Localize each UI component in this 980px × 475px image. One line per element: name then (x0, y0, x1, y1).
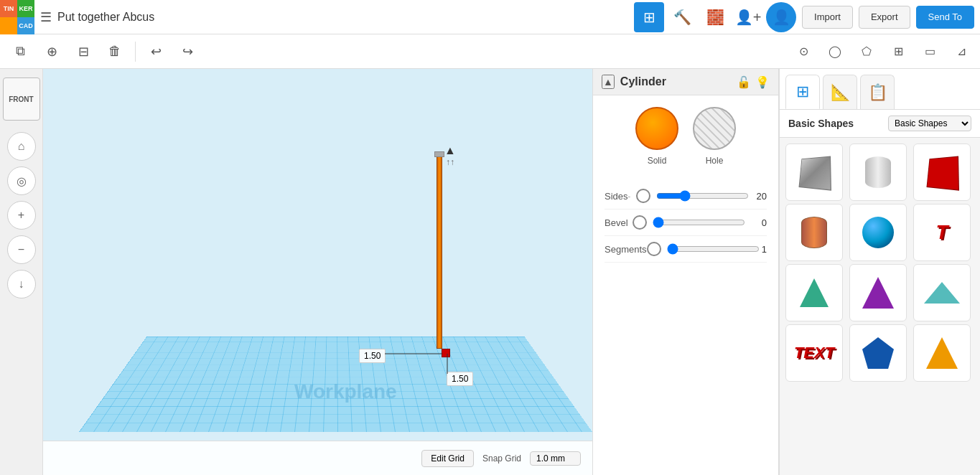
solid-label: Solid (648, 156, 667, 166)
profile-btn[interactable]: 👤 (766, 2, 796, 32)
segments-row: Segments 1 (605, 236, 767, 263)
shape-item-roof[interactable] (913, 264, 971, 321)
basic-shapes-title: Basic Shapes (788, 118, 888, 129)
shape-item-text3d[interactable]: T (913, 204, 971, 261)
send-to-btn[interactable]: Send To (916, 6, 974, 29)
view-all-btn[interactable]: ↓ (7, 270, 36, 298)
bottom-bar: Edit Grid Snap Grid 1.0 mm 0.5 mm 2.0 mm (43, 441, 592, 475)
shapes-category-select[interactable]: Basic Shapes Text & Numbers Geometric (888, 116, 971, 131)
view-tools: ⊙ ◯ ⬠ ⊞ ▭ ⊿ (790, 39, 974, 65)
sphere-preview (862, 217, 894, 248)
segments-control (647, 242, 760, 256)
shape-properties-panel: ▲ Cylinder 🔓 💡 Solid Hole Sides - (592, 69, 779, 475)
left-sidebar: FRONT ⌂ ◎ + − ↓ (0, 69, 43, 475)
shape-item-pentagon[interactable] (849, 324, 907, 382)
shapes-grid: T TEXT (780, 138, 980, 387)
sides-circle-btn[interactable] (636, 189, 650, 203)
logo-blank (0, 17, 17, 34)
logo-cad: CAD (17, 17, 34, 34)
panel-collapse-btn[interactable]: ▲ (602, 75, 615, 89)
tab-notes[interactable]: 📋 (860, 75, 895, 109)
shape-thumb-box (794, 152, 834, 192)
bevel-slider[interactable] (653, 217, 745, 228)
group-btn[interactable]: ⊟ (69, 37, 98, 66)
document-title: Put together Abcus (57, 11, 634, 24)
edit-grid-btn[interactable]: Edit Grid (421, 450, 474, 467)
solid-btn[interactable]: Solid (635, 107, 678, 166)
segments-value: 1 (760, 244, 767, 255)
segments-slider[interactable] (667, 243, 760, 255)
hole-btn[interactable]: Hole (693, 107, 736, 166)
shape-item-box[interactable] (785, 144, 843, 201)
redo-btn[interactable]: ↪ (173, 37, 202, 66)
right-panel: ⊞ 📐 📋 Basic Shapes Basic Shapes Text & N… (779, 69, 980, 475)
add-user-btn[interactable]: 👤+ (733, 2, 763, 32)
resize-handle[interactable] (442, 349, 450, 357)
fit-view-btn[interactable]: ◎ (7, 166, 36, 195)
sides-label: Sides (605, 191, 628, 202)
bevel-control (633, 215, 745, 230)
cylinder-orange-preview (801, 217, 827, 248)
light-view-btn[interactable]: ◯ (822, 39, 848, 65)
shape-item-cylinder-orange[interactable] (785, 204, 843, 261)
zoom-out-btn[interactable]: − (7, 235, 36, 264)
grid-btn[interactable]: ⊞ (885, 39, 911, 65)
menu-icon[interactable]: ☰ (34, 9, 57, 25)
shape-item-pyramid-purple[interactable] (849, 264, 907, 321)
mirror-btn[interactable]: ⊿ (948, 39, 974, 65)
zoom-in-btn[interactable]: + (7, 201, 36, 230)
triangle-preview (926, 337, 958, 369)
sides-slider[interactable] (656, 190, 749, 202)
home-view-btn[interactable]: ⌂ (7, 132, 36, 161)
width-measurement: 1.50 (359, 349, 386, 363)
pentagon-preview (862, 337, 894, 369)
undo-btn[interactable]: ↩ (141, 37, 170, 66)
shape-panel-icons: 🔓 💡 (737, 75, 770, 89)
solid-circle (635, 107, 678, 150)
shape-item-cylinder-gray[interactable] (849, 144, 907, 201)
delete-btn[interactable]: 🗑 (101, 37, 129, 66)
shape-item-pyramid-green[interactable] (785, 264, 843, 321)
shape-lock-btn[interactable]: 🔓 (737, 75, 751, 89)
bevel-circle-btn[interactable] (633, 215, 647, 230)
bevel-label: Bevel (605, 217, 633, 228)
grid-view-btn[interactable]: ⊞ (634, 2, 664, 32)
shape-thumb-cylinder-gray (858, 152, 898, 192)
snap-grid-label: Snap Grid (482, 453, 521, 464)
export-btn[interactable]: Export (859, 6, 910, 29)
cylinder-object[interactable] (437, 155, 442, 349)
shape-thumb-triangle (922, 333, 962, 373)
front-view-cube[interactable]: FRONT (3, 77, 40, 121)
build-btn[interactable]: 🔨 (667, 2, 697, 32)
components-btn[interactable]: 🧱 (700, 2, 730, 32)
duplicate-btn[interactable]: ⊕ (37, 37, 66, 66)
header-actions: ⊞ 🔨 🧱 👤+ 👤 Import Export Send To (634, 2, 974, 32)
sides-control: - (628, 189, 750, 203)
toolbar-separator (135, 42, 136, 62)
ruler-btn[interactable]: ▭ (917, 39, 943, 65)
shape-thumb-sphere (858, 212, 898, 253)
snap-grid-select[interactable]: 1.0 mm 0.5 mm 2.0 mm (530, 451, 581, 466)
pyramid-purple-preview (862, 277, 894, 309)
copy-btn[interactable]: ⧉ (6, 37, 34, 66)
shape-light-btn[interactable]: 💡 (755, 75, 770, 89)
shape-name: Cylinder (620, 75, 731, 88)
box-preview (798, 156, 831, 191)
shape-item-cube-red[interactable] (913, 144, 971, 201)
shape-thumb-pyramid-green (794, 273, 834, 313)
bevel-value: 0 (745, 217, 767, 228)
import-btn[interactable]: Import (802, 6, 853, 29)
logo[interactable]: TIN KER CAD (0, 0, 34, 34)
tab-shapes[interactable]: ⊞ (785, 75, 820, 109)
camera-view-btn[interactable]: ⊙ (790, 39, 816, 65)
shape-item-text-red[interactable]: TEXT (785, 324, 843, 382)
shape-item-triangle[interactable] (913, 324, 971, 382)
main-layout: FRONT ⌂ ◎ + − ↓ Workplane ▲ ↑↑ 1.50 1.50 (0, 69, 980, 475)
tab-ruler[interactable]: 📐 (823, 75, 857, 109)
segments-circle-btn[interactable] (647, 242, 661, 256)
canvas-area[interactable]: Workplane ▲ ↑↑ 1.50 1.50 Edit Grid Snap … (43, 69, 592, 475)
shape-item-sphere[interactable] (849, 204, 907, 261)
shape-view-btn[interactable]: ⬠ (854, 39, 879, 65)
shape-thumb-text-red: TEXT (794, 333, 834, 373)
height-measurement: 1.50 (447, 372, 473, 386)
